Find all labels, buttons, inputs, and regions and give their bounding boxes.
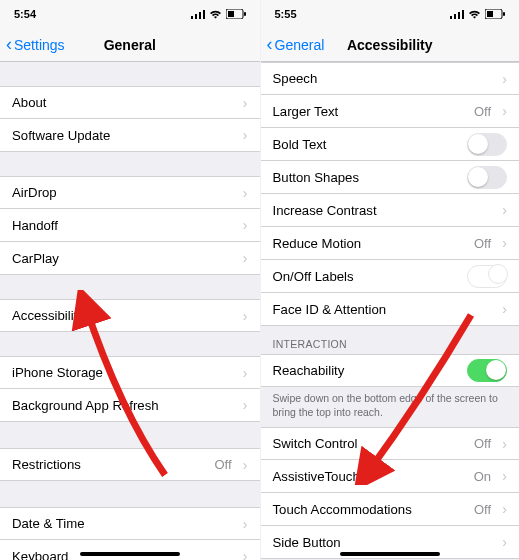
- row-handoff[interactable]: Handoff›: [0, 209, 260, 242]
- chevron-right-icon: ›: [238, 397, 248, 413]
- row-about[interactable]: About›: [0, 86, 260, 119]
- svg-rect-6: [244, 12, 246, 16]
- row-button-shapes[interactable]: Button Shapes: [261, 161, 520, 194]
- row-software-update[interactable]: Software Update›: [0, 119, 260, 152]
- svg-rect-12: [487, 11, 493, 17]
- svg-rect-7: [450, 16, 452, 19]
- toggle-off[interactable]: [467, 265, 507, 288]
- settings-list[interactable]: Speech› Larger TextOff› Bold Text Button…: [261, 62, 520, 559]
- chevron-right-icon: ›: [238, 457, 248, 473]
- chevron-right-icon: ›: [497, 235, 507, 251]
- chevron-left-icon: ‹: [6, 35, 12, 53]
- chevron-left-icon: ‹: [267, 35, 273, 53]
- row-faceid-attention[interactable]: Face ID & Attention›: [261, 293, 520, 326]
- row-airdrop[interactable]: AirDrop›: [0, 176, 260, 209]
- chevron-right-icon: ›: [497, 202, 507, 218]
- row-restrictions[interactable]: RestrictionsOff›: [0, 448, 260, 481]
- row-assistivetouch[interactable]: AssistiveTouchOn›: [261, 460, 520, 493]
- back-button[interactable]: ‹ General: [267, 36, 325, 53]
- status-indicators: [191, 9, 246, 19]
- svg-rect-10: [462, 10, 464, 19]
- row-iphone-storage[interactable]: iPhone Storage›: [0, 356, 260, 389]
- row-speech[interactable]: Speech›: [261, 62, 520, 95]
- row-reachability[interactable]: Reachability: [261, 354, 520, 387]
- chevron-right-icon: ›: [238, 95, 248, 111]
- back-button[interactable]: ‹ Settings: [6, 36, 65, 53]
- svg-rect-2: [199, 12, 201, 19]
- section-footer-reachability: Swipe down on the bottom edge of the scr…: [261, 387, 520, 421]
- settings-list[interactable]: About› Software Update› AirDrop› Handoff…: [0, 62, 260, 560]
- row-keyboard[interactable]: Keyboard›: [0, 540, 260, 560]
- toggle-off[interactable]: [467, 133, 507, 156]
- back-label: Settings: [14, 37, 65, 53]
- status-time: 5:55: [275, 8, 297, 20]
- row-reduce-motion[interactable]: Reduce MotionOff›: [261, 227, 520, 260]
- svg-rect-8: [454, 14, 456, 19]
- chevron-right-icon: ›: [238, 365, 248, 381]
- chevron-right-icon: ›: [497, 103, 507, 119]
- chevron-right-icon: ›: [238, 250, 248, 266]
- row-switch-control[interactable]: Switch ControlOff›: [261, 427, 520, 460]
- chevron-right-icon: ›: [497, 436, 507, 452]
- status-time: 5:54: [14, 8, 36, 20]
- home-indicator: [340, 552, 440, 556]
- row-onoff-labels[interactable]: On/Off Labels: [261, 260, 520, 293]
- svg-rect-0: [191, 16, 193, 19]
- row-carplay[interactable]: CarPlay›: [0, 242, 260, 275]
- chevron-right-icon: ›: [238, 127, 248, 143]
- row-accessibility[interactable]: Accessibility›: [0, 299, 260, 332]
- nav-bar: ‹ General Accessibility: [261, 28, 520, 62]
- back-label: General: [275, 37, 325, 53]
- svg-rect-13: [503, 12, 505, 16]
- chevron-right-icon: ›: [497, 501, 507, 517]
- toggle-on[interactable]: [467, 359, 507, 382]
- svg-rect-5: [228, 11, 234, 17]
- row-touch-accommodations[interactable]: Touch AccommodationsOff›: [261, 493, 520, 526]
- toggle-off[interactable]: [467, 166, 507, 189]
- row-background-app-refresh[interactable]: Background App Refresh›: [0, 389, 260, 422]
- battery-icon: [226, 9, 246, 19]
- row-date-time[interactable]: Date & Time›: [0, 507, 260, 540]
- wifi-icon: [468, 10, 481, 19]
- phone-right: 5:55 ‹ General Accessibility Speech› Lar…: [260, 0, 520, 560]
- wifi-icon: [209, 10, 222, 19]
- nav-bar: ‹ Settings General: [0, 28, 260, 62]
- home-indicator: [80, 552, 180, 556]
- chevron-right-icon: ›: [238, 548, 248, 560]
- row-larger-text[interactable]: Larger TextOff›: [261, 95, 520, 128]
- battery-icon: [485, 9, 505, 19]
- row-bold-text[interactable]: Bold Text: [261, 128, 520, 161]
- chevron-right-icon: ›: [238, 217, 248, 233]
- status-bar: 5:54: [0, 0, 260, 28]
- chevron-right-icon: ›: [497, 71, 507, 87]
- row-increase-contrast[interactable]: Increase Contrast›: [261, 194, 520, 227]
- chevron-right-icon: ›: [497, 301, 507, 317]
- svg-rect-9: [458, 12, 460, 19]
- svg-rect-3: [203, 10, 205, 19]
- chevron-right-icon: ›: [497, 468, 507, 484]
- signal-icon: [191, 10, 205, 19]
- signal-icon: [450, 10, 464, 19]
- chevron-right-icon: ›: [238, 308, 248, 324]
- section-header-interaction: INTERACTION: [261, 326, 520, 354]
- status-bar: 5:55: [261, 0, 520, 28]
- chevron-right-icon: ›: [238, 185, 248, 201]
- chevron-right-icon: ›: [238, 516, 248, 532]
- svg-rect-1: [195, 14, 197, 19]
- chevron-right-icon: ›: [497, 534, 507, 550]
- phone-left: 5:54 ‹ Settings General About› Software …: [0, 0, 260, 560]
- status-indicators: [450, 9, 505, 19]
